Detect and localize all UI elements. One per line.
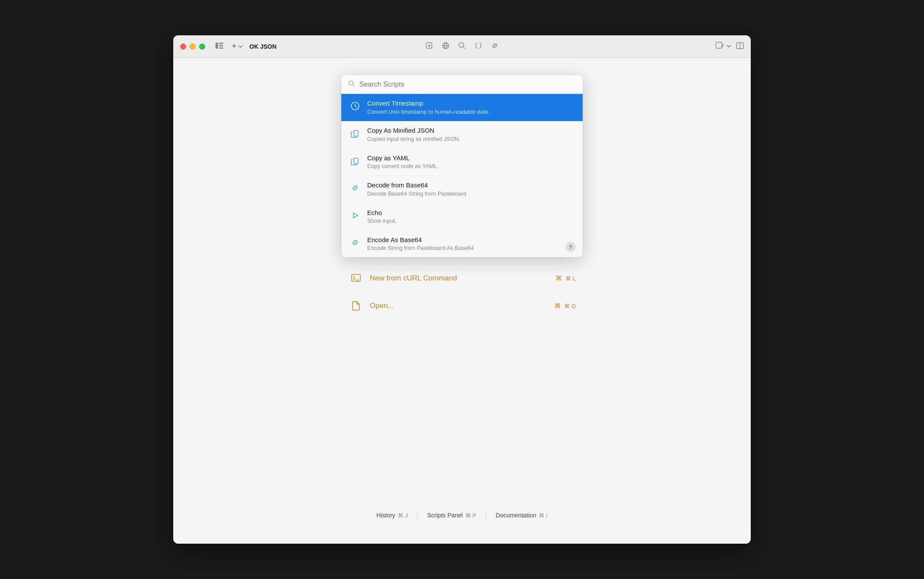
titlebar: + OK JSON xyxy=(173,35,751,58)
search-icon[interactable] xyxy=(458,42,466,51)
close-button[interactable] xyxy=(180,44,186,50)
history-label: History xyxy=(377,512,396,519)
clock-icon xyxy=(348,99,362,113)
script-name-copy-minified: Copy As Minified JSON xyxy=(367,126,576,135)
svg-rect-7 xyxy=(716,42,722,48)
minimize-button[interactable] xyxy=(190,44,196,50)
dropdown-arrow-icon xyxy=(727,45,731,48)
file-icon xyxy=(348,298,364,314)
script-text-convert-timestamp: Convert Timestamp Convert Unix timestamp… xyxy=(367,99,576,115)
titlebar-right xyxy=(715,42,744,51)
app-title: OK JSON xyxy=(250,43,277,50)
script-item-echo[interactable]: Echo Show input. xyxy=(341,203,583,230)
script-desc-encode-base64: Encode String from Pasteboard As Base64 xyxy=(367,245,576,252)
menu-item-open[interactable]: Open... ⌘ ⌘ O xyxy=(341,292,583,320)
split-view-icon[interactable] xyxy=(736,42,744,51)
link-encode-icon xyxy=(348,236,362,249)
script-item-convert-timestamp[interactable]: Convert Timestamp Convert Unix timestamp… xyxy=(341,94,583,121)
history-shortcut: ⌘ J xyxy=(398,512,408,519)
svg-point-6 xyxy=(459,43,464,47)
script-desc-copy-minified: Copied input string as minified JSON. xyxy=(367,136,576,143)
play-icon xyxy=(348,209,362,222)
braces-icon[interactable] xyxy=(474,42,482,51)
documentation-button[interactable]: Documentation ⌘ / xyxy=(490,508,553,522)
content-area: Convert Timestamp Convert Unix timestamp… xyxy=(173,58,751,544)
script-desc-convert-timestamp: Convert Unix timestamp to human-readable… xyxy=(367,109,576,116)
script-name-copy-yaml: Copy as YAML xyxy=(367,154,576,162)
svg-rect-3 xyxy=(219,47,223,49)
script-text-echo: Echo Show input. xyxy=(367,209,576,225)
copy-icon-1 xyxy=(348,126,362,140)
scripts-dropdown: Convert Timestamp Convert Unix timestamp… xyxy=(341,75,583,257)
script-name-decode-base64: Decode from Base64 xyxy=(367,181,576,190)
script-text-encode-base64: Encode As Base64 Encode String from Past… xyxy=(367,236,576,252)
history-button[interactable]: History ⌘ J xyxy=(371,508,414,522)
sidebar-toggle-icon[interactable] xyxy=(215,43,223,50)
new-tab-button[interactable]: + xyxy=(232,42,243,51)
search-bar xyxy=(341,75,583,94)
search-magnifier-icon xyxy=(348,80,355,88)
compose-icon[interactable] xyxy=(425,42,433,51)
traffic-lights xyxy=(180,44,205,50)
terminal-icon xyxy=(348,271,364,286)
search-scripts-input[interactable] xyxy=(359,81,576,88)
documentation-label: Documentation xyxy=(496,512,536,519)
menu-label-open: Open... xyxy=(370,302,554,310)
svg-rect-0 xyxy=(215,43,218,49)
menu-shortcut-new-curl: ⌘ ⌘ L xyxy=(556,274,576,282)
profile-icon[interactable] xyxy=(715,42,724,51)
copy-icon-2 xyxy=(348,154,362,168)
script-name-convert-timestamp: Convert Timestamp xyxy=(367,99,576,108)
svg-rect-1 xyxy=(219,43,223,44)
menu-shortcut-open: ⌘ ⌘ O xyxy=(554,302,576,310)
menu-label-new-curl: New from cURL Command xyxy=(370,274,556,283)
link-icon[interactable] xyxy=(491,42,499,51)
scripts-list: Convert Timestamp Convert Unix timestamp… xyxy=(341,94,583,257)
svg-rect-11 xyxy=(354,131,358,136)
script-desc-echo: Show input. xyxy=(367,218,576,225)
svg-rect-12 xyxy=(354,158,358,164)
script-desc-copy-yaml: Copy current node as YAML. xyxy=(367,163,576,170)
scripts-panel-label: Scripts Panel xyxy=(427,512,462,519)
cmd-symbol-open: ⌘ xyxy=(554,302,561,310)
script-desc-decode-base64: Decode Base64 String from Pasteboard xyxy=(367,190,576,198)
script-name-encode-base64: Encode As Base64 xyxy=(367,236,576,244)
script-item-decode-base64[interactable]: Decode from Base64 Decode Base64 String … xyxy=(341,176,583,203)
script-text-copy-yaml: Copy as YAML Copy current node as YAML. xyxy=(367,154,576,170)
titlebar-left: + OK JSON xyxy=(180,42,277,51)
separator-2 xyxy=(486,511,486,520)
script-item-encode-base64[interactable]: Encode As Base64 Encode String from Past… xyxy=(341,230,583,257)
script-item-copy-minified[interactable]: Copy As Minified JSON Copied input strin… xyxy=(341,121,583,148)
script-text-copy-minified: Copy As Minified JSON Copied input strin… xyxy=(367,126,576,143)
menu-item-new-curl[interactable]: New from cURL Command ⌘ ⌘ L xyxy=(341,265,583,292)
titlebar-center xyxy=(425,42,499,51)
main-window: + OK JSON xyxy=(173,35,751,544)
script-text-decode-base64: Decode from Base64 Decode Base64 String … xyxy=(367,181,576,197)
scripts-panel-button[interactable]: Scripts Panel ⌘ P xyxy=(421,508,482,522)
bottom-bar: History ⌘ J Scripts Panel ⌘ P Documentat… xyxy=(371,508,554,522)
globe-icon[interactable] xyxy=(442,42,450,51)
script-item-copy-yaml[interactable]: Copy as YAML Copy current node as YAML. xyxy=(341,149,583,176)
cmd-symbol-new-curl: ⌘ xyxy=(556,274,562,282)
link-decode-icon xyxy=(348,181,362,195)
maximize-button[interactable] xyxy=(199,44,205,50)
script-name-echo: Echo xyxy=(367,209,576,217)
separator-1 xyxy=(417,511,418,520)
menu-area: New from cURL Command ⌘ ⌘ L Open... ⌘ ⌘ … xyxy=(341,265,583,320)
scripts-panel-shortcut: ⌘ P xyxy=(465,512,476,519)
documentation-shortcut: ⌘ / xyxy=(539,512,547,519)
svg-point-9 xyxy=(349,81,353,85)
svg-rect-2 xyxy=(219,45,223,46)
